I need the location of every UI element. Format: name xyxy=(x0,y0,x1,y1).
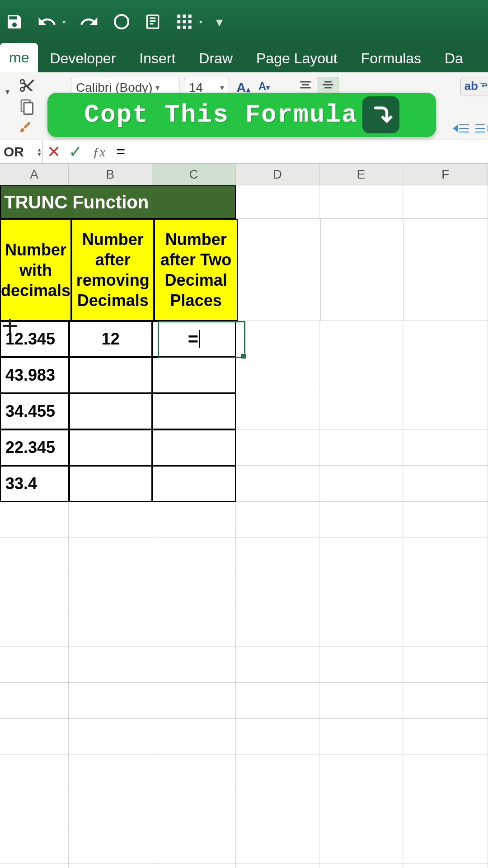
cell[interactable] xyxy=(238,219,321,321)
undo-dropdown[interactable]: ▾ xyxy=(62,18,66,25)
tab-page-layout[interactable]: Page Layout xyxy=(244,45,349,72)
cell[interactable] xyxy=(403,683,488,719)
cell[interactable] xyxy=(403,502,488,538)
cell[interactable] xyxy=(69,357,152,393)
copy-button[interactable] xyxy=(18,97,36,117)
cell[interactable] xyxy=(319,791,403,827)
col-header-F[interactable]: F xyxy=(403,164,488,185)
cell[interactable] xyxy=(69,863,152,868)
col-header-E[interactable]: E xyxy=(319,164,403,185)
name-box[interactable]: OR ▴▾ xyxy=(0,140,43,163)
cell[interactable] xyxy=(0,791,69,827)
cell[interactable] xyxy=(0,502,69,538)
cell[interactable] xyxy=(319,719,403,755)
cell[interactable] xyxy=(69,791,152,827)
cell[interactable] xyxy=(236,863,319,868)
cell[interactable] xyxy=(403,827,488,863)
formula-input[interactable] xyxy=(112,143,488,160)
cell[interactable]: 43.983 xyxy=(0,357,69,393)
cell[interactable] xyxy=(236,755,319,791)
redo-button[interactable] xyxy=(79,12,99,32)
cell[interactable] xyxy=(319,429,403,466)
tab-formulas[interactable]: Formulas xyxy=(349,45,433,72)
header-cell-A[interactable]: Number with decimals xyxy=(0,219,71,321)
col-header-A[interactable]: A xyxy=(0,164,69,185)
cut-button[interactable] xyxy=(18,77,36,94)
cell[interactable] xyxy=(236,185,319,219)
cell[interactable] xyxy=(236,502,319,538)
cell[interactable] xyxy=(0,863,69,868)
cell[interactable] xyxy=(319,827,403,863)
cell[interactable] xyxy=(152,863,236,868)
cell[interactable] xyxy=(319,755,403,791)
col-header-D[interactable]: D xyxy=(236,164,319,185)
undo-button[interactable] xyxy=(37,12,57,32)
active-cell[interactable]: = xyxy=(152,321,236,357)
cell[interactable] xyxy=(236,683,319,719)
header-cell-B[interactable]: Number after removing Decimals xyxy=(71,219,154,321)
cell[interactable] xyxy=(69,646,152,683)
cell[interactable] xyxy=(236,791,319,827)
decrease-indent-button[interactable] xyxy=(453,122,471,137)
cell[interactable] xyxy=(403,429,488,466)
cell[interactable] xyxy=(403,393,488,429)
cell[interactable] xyxy=(403,646,488,683)
cell[interactable] xyxy=(69,502,152,538)
cell[interactable] xyxy=(236,646,319,683)
cell[interactable] xyxy=(0,646,69,683)
cell[interactable] xyxy=(236,574,319,610)
cell[interactable] xyxy=(403,574,488,610)
cell[interactable] xyxy=(403,863,488,868)
cell[interactable] xyxy=(236,393,319,429)
cell[interactable] xyxy=(403,357,488,393)
cell[interactable] xyxy=(403,185,488,219)
tab-home[interactable]: me xyxy=(0,43,38,72)
cell[interactable] xyxy=(152,791,236,827)
increase-indent-button[interactable] xyxy=(474,122,488,137)
cell[interactable] xyxy=(236,429,319,466)
cell[interactable] xyxy=(152,466,236,502)
cell[interactable] xyxy=(0,574,69,610)
cell[interactable] xyxy=(69,683,152,719)
cell[interactable] xyxy=(69,574,152,610)
cell[interactable]: 12 xyxy=(69,321,152,357)
formula-cancel-button[interactable]: ✕ xyxy=(43,142,65,161)
cell[interactable] xyxy=(152,502,236,538)
cell[interactable] xyxy=(0,683,69,719)
cell[interactable] xyxy=(152,429,236,466)
cell[interactable] xyxy=(152,393,236,429)
tab-developer[interactable]: Developer xyxy=(38,45,127,72)
refresh-button[interactable] xyxy=(113,13,131,31)
col-header-B[interactable]: B xyxy=(69,164,152,185)
title-cell[interactable]: TRUNC Function xyxy=(0,185,152,219)
header-cell-C[interactable]: Number after Two Decimal Places xyxy=(154,219,237,321)
cell[interactable] xyxy=(403,755,488,791)
cell[interactable] xyxy=(321,219,404,321)
cell[interactable] xyxy=(403,610,488,646)
cell[interactable] xyxy=(403,538,488,574)
cell[interactable] xyxy=(69,393,152,429)
cell[interactable] xyxy=(152,719,236,755)
cell[interactable]: 33.4 xyxy=(0,466,69,502)
cell[interactable] xyxy=(319,185,403,219)
name-box-spinner[interactable]: ▴▾ xyxy=(38,147,41,156)
cell[interactable] xyxy=(69,466,152,502)
wrap-text-button[interactable]: ab ▾ xyxy=(460,77,488,95)
cell[interactable] xyxy=(403,719,488,755)
paste-button[interactable]: ▾ xyxy=(4,87,11,135)
grid-dropdown[interactable]: ▾ xyxy=(199,18,202,25)
cell[interactable] xyxy=(0,538,69,574)
grid-icon[interactable] xyxy=(175,12,194,31)
cell[interactable] xyxy=(152,610,236,646)
cell[interactable] xyxy=(0,610,69,646)
cell[interactable] xyxy=(319,502,403,538)
customize-dropdown[interactable]: ▾ xyxy=(216,14,223,30)
cell[interactable] xyxy=(319,393,403,429)
cell[interactable] xyxy=(404,219,488,321)
cell[interactable] xyxy=(236,610,319,646)
cell[interactable] xyxy=(152,574,236,610)
cell[interactable] xyxy=(69,755,152,791)
cell[interactable] xyxy=(236,321,319,357)
cell[interactable]: 12.345 xyxy=(0,321,69,357)
sheet-icon[interactable] xyxy=(144,13,161,30)
